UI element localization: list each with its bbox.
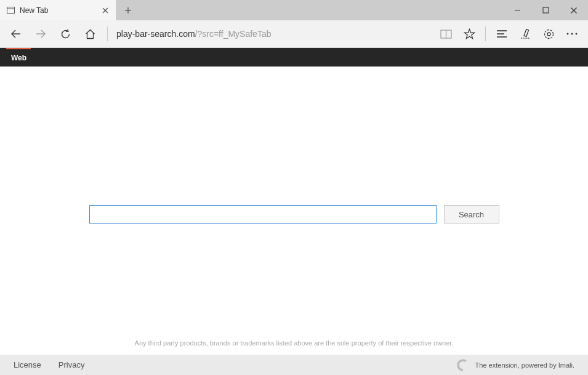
- svg-point-23: [571, 33, 573, 35]
- separator: [485, 26, 486, 41]
- titlebar: New Tab: [0, 0, 588, 20]
- share-button[interactable]: [538, 23, 560, 45]
- separator: [107, 26, 108, 41]
- address-bar[interactable]: play-bar-search.com/?src=ff_MySafeTab: [114, 29, 432, 39]
- powered-by-text: The extension, powered by Imali.: [475, 361, 574, 369]
- new-tab-button[interactable]: [117, 0, 139, 20]
- footer-right: The extension, powered by Imali.: [457, 359, 574, 371]
- browser-toolbar: play-bar-search.com/?src=ff_MySafeTab: [0, 20, 588, 48]
- web-tab[interactable]: Web: [6, 49, 31, 67]
- accent-bar: [6, 48, 31, 49]
- svg-marker-14: [464, 29, 474, 38]
- more-button[interactable]: [561, 23, 583, 45]
- search-input[interactable]: [89, 205, 437, 224]
- window-controls: [503, 0, 588, 20]
- minimize-button[interactable]: [503, 0, 531, 20]
- footer: License Privacy The extension, powered b…: [0, 355, 588, 375]
- svg-point-24: [576, 33, 578, 35]
- back-button[interactable]: [5, 23, 27, 45]
- maximize-button[interactable]: [531, 0, 560, 20]
- svg-point-21: [547, 33, 550, 36]
- forward-button[interactable]: [30, 23, 52, 45]
- license-link[interactable]: License: [14, 360, 41, 369]
- page-nav-bar: Web: [0, 48, 588, 67]
- search-form: Search: [89, 205, 499, 224]
- refresh-button[interactable]: [54, 23, 76, 45]
- svg-point-22: [567, 33, 569, 35]
- privacy-link[interactable]: Privacy: [58, 360, 85, 369]
- spinner-icon: [457, 359, 469, 371]
- home-button[interactable]: [79, 23, 101, 45]
- svg-rect-7: [543, 7, 549, 13]
- hub-button[interactable]: [491, 23, 513, 45]
- toolbar-right: [435, 23, 583, 45]
- webnote-button[interactable]: [514, 23, 536, 45]
- favorite-button[interactable]: [458, 23, 480, 45]
- browser-tab[interactable]: New Tab: [0, 0, 117, 20]
- svg-point-25: [458, 360, 468, 370]
- page-icon: [6, 7, 15, 14]
- tab-title: New Tab: [20, 6, 48, 15]
- url-path: /?src=ff_MySafeTab: [195, 29, 272, 39]
- url-host: play-bar-search.com: [116, 29, 195, 39]
- search-button[interactable]: Search: [444, 205, 499, 224]
- reading-view-button[interactable]: [435, 23, 457, 45]
- page-content: Search Any third party products, brands …: [0, 67, 588, 355]
- close-tab-button[interactable]: [100, 6, 110, 15]
- svg-point-20: [544, 30, 553, 38]
- disclaimer-text: Any third party products, brands or trad…: [0, 339, 588, 347]
- svg-rect-18: [524, 30, 529, 37]
- close-window-button[interactable]: [560, 0, 588, 20]
- svg-rect-0: [7, 7, 14, 14]
